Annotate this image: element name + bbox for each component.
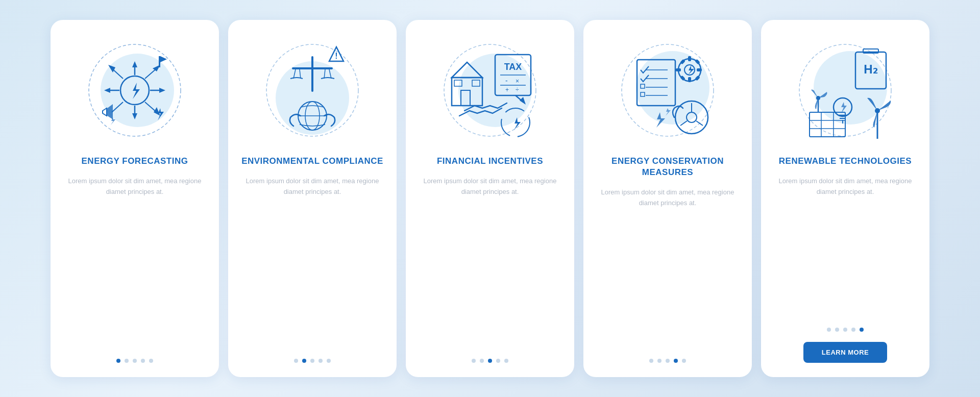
dots-energy-forecasting [116, 359, 153, 363]
svg-text:+: + [505, 86, 509, 93]
dot-5 [149, 359, 153, 363]
dots-financial-incentives [472, 359, 508, 363]
dot-1 [827, 328, 831, 332]
card-energy-conservation: ENERGY CONSERVATION MEASURES Lorem ipsum… [583, 20, 752, 377]
card-environmental-compliance: ! ENVIRONMENTAL COMPLIANCE Lorem ipsum d… [228, 20, 397, 377]
dot-3 [488, 359, 492, 363]
dot-2 [835, 328, 839, 332]
dot-1 [472, 359, 476, 363]
dot-5 [682, 359, 686, 363]
dot-4 [851, 328, 855, 332]
dot-1 [649, 359, 653, 363]
illustration-renewable-technologies: H₂ [789, 34, 901, 146]
dots-energy-conservation [649, 359, 686, 363]
dot-5 [860, 328, 864, 332]
svg-text:-: - [505, 77, 508, 85]
dots-environmental-compliance [294, 359, 331, 363]
svg-rect-65 [697, 68, 702, 71]
card-title-energy-conservation: ENERGY CONSERVATION MEASURES [596, 156, 740, 178]
card-text-energy-conservation: Lorem ipsum dolor sit dim amet, mea regi… [596, 187, 740, 209]
learn-more-button[interactable]: LEARN MORE [803, 342, 887, 363]
dot-3 [843, 328, 847, 332]
svg-point-90 [816, 96, 820, 100]
svg-text:!: ! [335, 52, 337, 60]
dot-4 [496, 359, 500, 363]
illustration-energy-conservation [611, 34, 724, 146]
svg-text:×: × [516, 78, 519, 85]
dot-1 [116, 359, 120, 363]
dot-4 [674, 359, 678, 363]
card-text-environmental-compliance: Lorem ipsum dolor sit dim amet, mea regi… [240, 176, 384, 197]
dot-5 [504, 359, 508, 363]
dot-3 [133, 359, 137, 363]
dot-3 [310, 359, 314, 363]
svg-rect-64 [676, 68, 681, 71]
card-title-energy-forecasting: ENERGY FORECASTING [82, 156, 188, 167]
illustration-financial-incentives: TAX - × + ÷ [434, 34, 546, 146]
svg-rect-63 [688, 77, 691, 82]
card-text-renewable-technologies: Lorem ipsum dolor sit dim amet, mea regi… [773, 176, 917, 197]
dot-3 [666, 359, 670, 363]
svg-rect-22 [311, 56, 313, 92]
svg-text:÷: ÷ [516, 86, 519, 93]
dot-2 [125, 359, 129, 363]
cards-container: ENERGY FORECASTING Lorem ipsum dolor sit… [35, 5, 945, 392]
dot-2 [302, 359, 306, 363]
illustration-environmental-compliance: ! [256, 34, 369, 146]
svg-text:H₂: H₂ [864, 62, 877, 76]
svg-rect-23 [292, 67, 333, 69]
svg-text:TAX: TAX [504, 62, 522, 72]
dot-4 [141, 359, 145, 363]
svg-line-74 [696, 121, 703, 126]
svg-point-88 [875, 108, 880, 113]
svg-rect-62 [688, 56, 691, 61]
card-renewable-technologies: H₂ [761, 20, 929, 377]
illustration-energy-forecasting [79, 34, 191, 146]
card-title-renewable-technologies: RENEWABLE TECHNOLOGIES [779, 156, 912, 167]
dot-1 [294, 359, 298, 363]
dot-2 [480, 359, 484, 363]
card-title-environmental-compliance: ENVIRONMENTAL COMPLIANCE [241, 156, 383, 167]
card-text-energy-forecasting: Lorem ipsum dolor sit dim amet, mea regi… [63, 176, 207, 197]
dot-2 [657, 359, 662, 363]
card-text-financial-incentives: Lorem ipsum dolor sit dim amet, mea regi… [418, 176, 562, 197]
dot-4 [318, 359, 323, 363]
dot-5 [327, 359, 331, 363]
dots-renewable-technologies [827, 328, 864, 332]
card-financial-incentives: TAX - × + ÷ FINANCIAL INCENTIVES [406, 20, 574, 377]
svg-rect-18 [159, 56, 160, 67]
card-title-financial-incentives: FINANCIAL INCENTIVES [437, 156, 543, 167]
card-energy-forecasting: ENERGY FORECASTING Lorem ipsum dolor sit… [51, 20, 219, 377]
